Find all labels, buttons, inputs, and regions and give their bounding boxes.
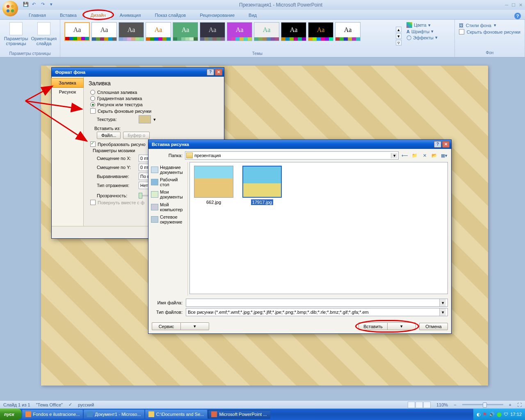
- place-mydocs[interactable]: Мои документы: [150, 188, 186, 201]
- file-button[interactable]: Файл...: [97, 132, 121, 139]
- theme-thumb[interactable]: Aa: [200, 22, 225, 41]
- tray-icon[interactable]: 🔊: [489, 412, 495, 417]
- theme-thumb[interactable]: Aa: [173, 22, 198, 41]
- theme-thumb[interactable]: Aa: [254, 22, 279, 41]
- dialog-close-button[interactable]: ✕: [215, 69, 222, 75]
- tray-icon[interactable]: ⬤: [497, 412, 502, 417]
- office-button[interactable]: [2, 1, 18, 16]
- themes-scroll-up-icon[interactable]: ▴: [396, 27, 402, 32]
- nav-fill[interactable]: Заливка: [51, 78, 84, 88]
- themes-more-icon[interactable]: ▿: [396, 40, 402, 46]
- theme-thumb[interactable]: Aa: [91, 22, 117, 41]
- save-icon[interactable]: 💾: [23, 2, 30, 8]
- theme-effects-button[interactable]: ◯Эффекты ▾: [406, 35, 438, 40]
- theme-thumb[interactable]: Aa: [281, 22, 306, 41]
- theme-thumb[interactable]: Aa: [227, 22, 252, 41]
- spellcheck-icon[interactable]: ✓: [68, 402, 72, 407]
- tab-design[interactable]: Дизайн: [84, 11, 112, 19]
- task-item[interactable]: Документ1 - Microso...: [84, 410, 144, 419]
- radio-solid-fill[interactable]: Сплошная заливка: [90, 90, 219, 95]
- place-network[interactable]: Сетевое окружение: [150, 213, 186, 226]
- page-setup-button[interactable]: Параметры страницы: [3, 21, 29, 51]
- file-thumb[interactable]: 662.jpg: [193, 166, 234, 205]
- dropdown-icon[interactable]: ▾: [153, 117, 156, 122]
- hide-bg-graphics-checkbox[interactable]: Скрыть фоновые рисунки: [459, 29, 520, 34]
- help-icon[interactable]: ?: [514, 13, 521, 19]
- dropdown-icon[interactable]: ▾: [439, 308, 446, 316]
- system-tray[interactable]: ◐ ⚑ 🔊 ⬤ 🛡 17:12: [473, 409, 525, 420]
- task-item[interactable]: Microsoft PowerPoint ...: [208, 410, 270, 419]
- tray-icon[interactable]: 🛡: [504, 412, 508, 417]
- tab-view[interactable]: Вид: [242, 11, 263, 19]
- qat-more-icon[interactable]: ▾: [50, 2, 57, 8]
- zoom-value[interactable]: 110%: [436, 402, 448, 407]
- zoom-in-icon[interactable]: +: [509, 402, 511, 407]
- zoom-slider[interactable]: [462, 404, 503, 405]
- place-mycomputer[interactable]: Мой компьютер: [150, 201, 186, 213]
- fit-window-icon[interactable]: ⛶: [517, 402, 522, 407]
- redo-icon[interactable]: ↷: [41, 2, 48, 8]
- filetype-select[interactable]: Все рисунки (*.emf;*.wmf;*.jpg;*.jpeg;*.…: [186, 308, 448, 316]
- nav-picture[interactable]: Рисунок: [52, 87, 83, 96]
- delete-icon[interactable]: ✕: [421, 152, 428, 159]
- tab-animation[interactable]: Анимация: [114, 11, 147, 19]
- dropdown-icon[interactable]: ▾: [391, 153, 397, 158]
- theme-thumb[interactable]: Aa: [335, 22, 361, 41]
- insert-picture-dialog: Вставка рисунка ? ✕ Папка: презентация ▾…: [148, 139, 452, 334]
- service-dropdown[interactable]: ▾: [180, 322, 209, 330]
- maximize-button[interactable]: ☐: [511, 2, 516, 8]
- zoom-out-icon[interactable]: −: [454, 402, 456, 407]
- view-normal-icon[interactable]: [408, 402, 415, 408]
- dialog-close-button[interactable]: ✕: [442, 141, 450, 148]
- radio-gradient-fill[interactable]: Градиентная заливка: [90, 96, 219, 101]
- tab-insert[interactable]: Вставка: [54, 11, 83, 19]
- dialog-help-button[interactable]: ?: [434, 141, 441, 148]
- clock[interactable]: 17:12: [510, 412, 522, 417]
- file-thumb[interactable]: 17917.jpg: [242, 166, 283, 205]
- dialog-titlebar[interactable]: Формат фона ? ✕: [52, 68, 224, 77]
- themes-gallery[interactable]: Aa Aa Aa Aa Aa Aa Aa Aa Aa Aa Aa: [64, 21, 392, 51]
- service-button[interactable]: Сервис: [152, 322, 180, 330]
- theme-thumb[interactable]: Aa: [308, 22, 333, 41]
- themes-scroll-down-icon[interactable]: ▾: [396, 33, 402, 39]
- views-icon[interactable]: ▦▾: [441, 152, 448, 159]
- theme-thumb[interactable]: Aa: [146, 22, 171, 41]
- close-button[interactable]: ✕: [519, 2, 523, 8]
- theme-fonts-button[interactable]: AШрифты ▾: [406, 29, 438, 34]
- tab-slideshow[interactable]: Показ слайдов: [148, 11, 192, 19]
- insert-dropdown[interactable]: ▾: [387, 322, 416, 330]
- radio-picture-fill[interactable]: Рисунок или текстура: [90, 102, 219, 107]
- task-item[interactable]: C:\Documents and Se...: [145, 410, 208, 419]
- place-recent[interactable]: Недавние документы: [150, 164, 186, 176]
- tab-home[interactable]: Главная: [23, 11, 52, 19]
- minimize-button[interactable]: ─: [505, 2, 508, 8]
- start-button[interactable]: пуск: [0, 409, 22, 420]
- theme-colors-button[interactable]: Цвета ▾: [406, 22, 438, 28]
- dropdown-icon[interactable]: ▾: [439, 299, 446, 306]
- theme-thumb[interactable]: Aa: [119, 22, 144, 41]
- dialog-help-button[interactable]: ?: [207, 69, 214, 75]
- view-slideshow-icon[interactable]: [423, 402, 431, 408]
- file-list[interactable]: 662.jpg 17917.jpg: [189, 162, 448, 294]
- language-indicator[interactable]: русский: [78, 402, 94, 407]
- cancel-button[interactable]: Отмена: [419, 323, 448, 330]
- dialog-titlebar[interactable]: Вставка рисунка ? ✕: [148, 140, 451, 149]
- theme-thumb[interactable]: Aa: [64, 22, 90, 41]
- tab-review[interactable]: Рецензирование: [194, 11, 241, 19]
- check-hide-bg[interactable]: Скрыть фоновые рисунки: [90, 108, 219, 114]
- filename-input[interactable]: ▾: [186, 299, 448, 307]
- tray-icon[interactable]: ◐: [477, 412, 481, 417]
- new-folder-icon[interactable]: 📂: [431, 152, 438, 159]
- up-icon[interactable]: 📁: [411, 152, 418, 159]
- back-icon[interactable]: ⟵: [401, 152, 409, 159]
- texture-picker[interactable]: [139, 115, 151, 123]
- task-item[interactable]: Fondos e ilustracione...: [22, 410, 83, 419]
- view-sorter-icon[interactable]: [415, 402, 423, 408]
- background-styles-button[interactable]: 🖼 Стили фона ▾: [459, 23, 520, 28]
- place-desktop[interactable]: Рабочий стол: [150, 176, 186, 188]
- insert-button[interactable]: Вставить: [358, 322, 387, 330]
- slide-orientation-button[interactable]: Ориентация слайда: [31, 21, 57, 51]
- tray-icon[interactable]: ⚑: [483, 412, 487, 417]
- undo-icon[interactable]: ↶: [32, 2, 39, 8]
- folder-select[interactable]: презентация ▾: [185, 151, 399, 160]
